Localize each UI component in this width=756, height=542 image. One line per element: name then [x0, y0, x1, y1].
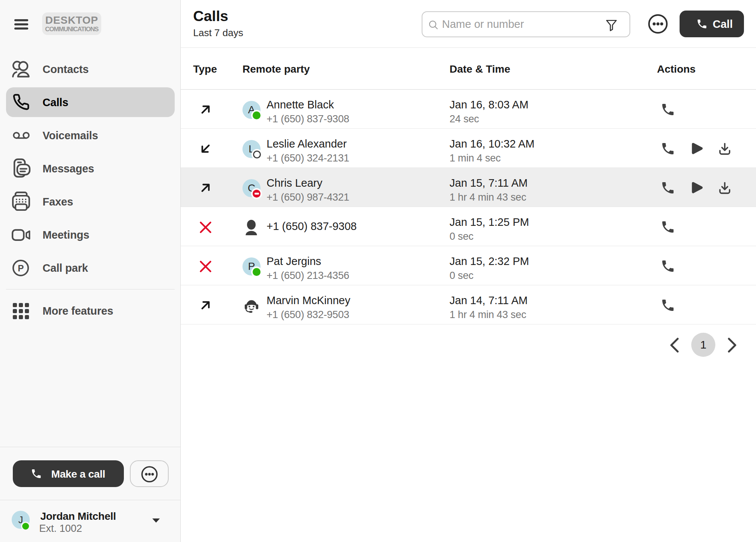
- svg-text:P: P: [18, 263, 24, 273]
